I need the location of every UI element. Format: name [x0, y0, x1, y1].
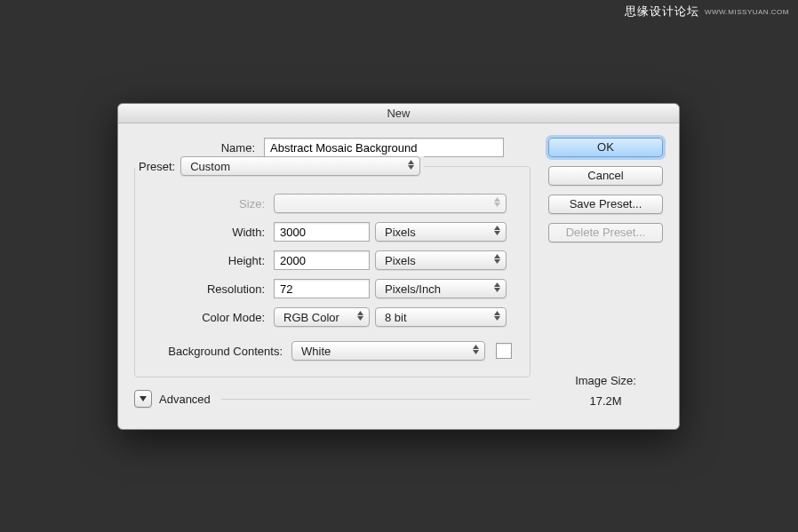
- image-size-label: Image Size:: [548, 374, 663, 387]
- svg-marker-9: [494, 288, 500, 292]
- width-input[interactable]: [274, 222, 370, 242]
- divider: [221, 399, 531, 400]
- chevron-updown-icon: [494, 197, 500, 207]
- width-unit-value: Pixels: [385, 226, 416, 239]
- svg-marker-13: [494, 316, 500, 321]
- advanced-label: Advanced: [159, 393, 211, 406]
- resolution-label: Resolution:: [144, 282, 268, 296]
- name-input[interactable]: [264, 138, 504, 157]
- svg-marker-14: [473, 345, 479, 349]
- bgcontents-label: Background Contents:: [144, 345, 286, 358]
- cancel-button[interactable]: Cancel: [548, 166, 663, 186]
- ok-button[interactable]: OK: [548, 138, 663, 157]
- chevron-updown-icon: [473, 345, 479, 354]
- delete-preset-button: Delete Preset...: [548, 223, 663, 242]
- height-unit-select[interactable]: Pixels: [375, 250, 507, 270]
- svg-marker-6: [494, 254, 500, 258]
- svg-marker-12: [494, 311, 500, 315]
- colormode-value: RGB Color: [283, 311, 339, 324]
- name-label: Name:: [134, 141, 259, 155]
- svg-marker-11: [357, 316, 363, 321]
- preset-select[interactable]: Custom: [180, 156, 420, 176]
- height-unit-value: Pixels: [385, 254, 416, 267]
- colormode-label: Color Mode:: [144, 311, 268, 324]
- svg-marker-10: [357, 311, 363, 315]
- svg-marker-5: [494, 231, 500, 235]
- svg-marker-3: [494, 202, 500, 207]
- width-label: Width:: [144, 226, 268, 239]
- bgcolor-swatch[interactable]: [496, 343, 512, 359]
- svg-marker-1: [408, 165, 414, 170]
- chevron-down-icon: [140, 396, 147, 401]
- preset-value: Custom: [190, 160, 230, 173]
- svg-marker-8: [494, 282, 500, 287]
- bitdepth-value: 8 bit: [385, 311, 407, 324]
- chevron-updown-icon: [357, 311, 363, 321]
- preset-fieldset: Preset: Custom Size:: [134, 166, 531, 377]
- svg-marker-16: [140, 396, 147, 401]
- colormode-select[interactable]: RGB Color: [274, 307, 370, 327]
- svg-marker-4: [494, 226, 500, 230]
- watermark-url: WWW.MISSYUAN.COM: [705, 8, 789, 16]
- bgcontents-value: White: [301, 345, 331, 358]
- size-select: [274, 194, 507, 213]
- resolution-unit-select[interactable]: Pixels/Inch: [375, 279, 507, 298]
- chevron-updown-icon: [494, 311, 500, 321]
- preset-label: Preset:: [139, 160, 175, 173]
- chevron-updown-icon: [494, 226, 500, 235]
- bgcontents-select[interactable]: White: [291, 341, 485, 361]
- bitdepth-select[interactable]: 8 bit: [375, 307, 507, 327]
- chevron-updown-icon: [494, 282, 500, 292]
- height-input[interactable]: [274, 250, 370, 270]
- chevron-updown-icon: [408, 160, 414, 170]
- height-label: Height:: [144, 254, 268, 267]
- svg-marker-0: [408, 160, 414, 164]
- resolution-input[interactable]: [274, 279, 370, 298]
- size-label: Size:: [144, 197, 268, 210]
- width-unit-select[interactable]: Pixels: [375, 222, 507, 242]
- dialog-title: New: [118, 104, 679, 123]
- chevron-updown-icon: [494, 254, 500, 264]
- watermark-cn: 思缘设计论坛: [625, 4, 699, 20]
- svg-marker-2: [494, 197, 500, 202]
- resolution-unit-value: Pixels/Inch: [385, 282, 441, 296]
- save-preset-button[interactable]: Save Preset...: [548, 195, 663, 214]
- svg-marker-15: [473, 350, 479, 354]
- watermark: 思缘设计论坛 WWW.MISSYUAN.COM: [625, 4, 789, 20]
- image-size-value: 17.2M: [548, 394, 663, 408]
- svg-marker-7: [494, 259, 500, 264]
- new-document-dialog: New Name: Preset: Custom: [117, 103, 680, 430]
- advanced-toggle[interactable]: [134, 390, 152, 408]
